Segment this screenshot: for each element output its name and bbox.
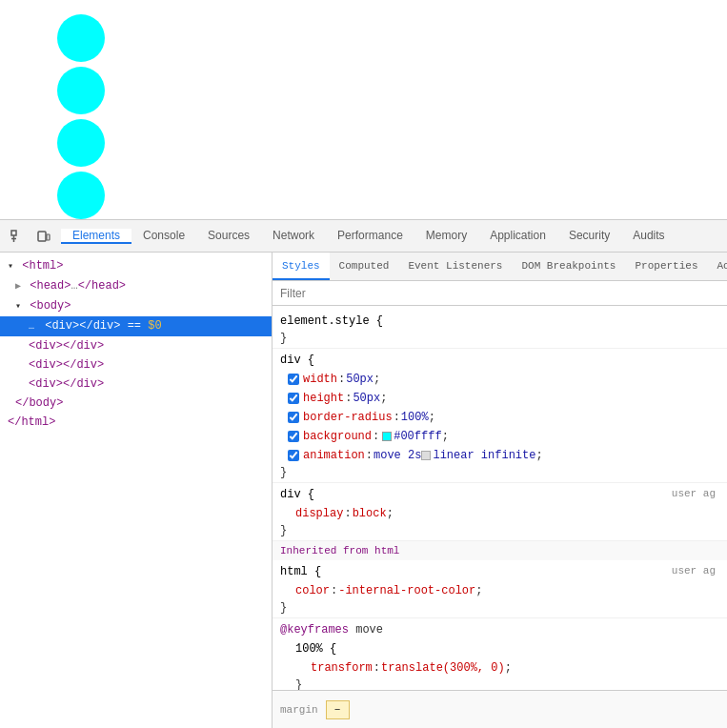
devtools-toolbar: Elements Console Sources Network Perform…: [0, 220, 727, 253]
filter-bar: [273, 281, 727, 306]
prop-height: height : 50px ;: [273, 389, 727, 408]
color-swatch-background[interactable]: [382, 432, 392, 441]
box-model-bar: margin –: [273, 690, 727, 728]
animation-checkbox-icon[interactable]: [421, 451, 431, 460]
css-rule-keyframes: @keyframes move 100% { transform : trans…: [273, 618, 727, 690]
circle-3: [57, 119, 105, 167]
circle-4: [57, 172, 105, 219]
triangle-open-body-icon: ▾: [15, 301, 21, 312]
styles-tab-styles[interactable]: Styles: [273, 253, 330, 280]
styles-tab-event-listeners[interactable]: Event Listeners: [398, 253, 512, 280]
device-toggle-icon[interactable]: [32, 225, 55, 248]
page-area: [0, 0, 727, 219]
html-tree: ▾ <html> ▶ <head>…</head> ▾ <body> … <di…: [0, 253, 272, 435]
tree-line-div-selected[interactable]: … <div></div> == $0: [0, 316, 272, 336]
prop-height-checkbox[interactable]: [288, 393, 299, 404]
triangle-open-icon: ▾: [8, 261, 13, 272]
tree-line-body[interactable]: ▾ <body>: [0, 296, 272, 316]
styles-tab-properties[interactable]: Properties: [625, 253, 707, 280]
tab-security[interactable]: Security: [557, 229, 621, 244]
css-rule-div-ua: div { user ag display : block ; }: [273, 483, 727, 541]
box-model-label: margin: [280, 704, 318, 716]
circle-1: [57, 14, 105, 62]
tab-application[interactable]: Application: [478, 229, 557, 244]
devtools-tab-list: Elements Console Sources Network Perform…: [61, 229, 727, 244]
div-selector: div {: [273, 351, 727, 370]
prop-background: background : #00ffff ;: [273, 427, 727, 446]
tab-sources[interactable]: Sources: [196, 229, 261, 244]
tree-line-close-body[interactable]: </body>: [0, 394, 272, 413]
prop-animation: animation : move 2s linear infinite ;: [273, 446, 727, 465]
css-rule-element-style: element.style { }: [273, 310, 727, 349]
tab-network[interactable]: Network: [261, 229, 326, 244]
circles-container: [57, 14, 105, 224]
devtools-body: ▾ <html> ▶ <head>…</head> ▾ <body> … <di…: [0, 253, 727, 728]
keyframe-100-selector: 100% {: [288, 639, 727, 658]
styles-panel: Styles Computed Event Listeners DOM Brea…: [273, 253, 727, 728]
prop-animation-checkbox[interactable]: [288, 450, 299, 461]
styles-tab-ac[interactable]: Ac: [708, 253, 728, 280]
tab-audits[interactable]: Audits: [621, 229, 676, 244]
tree-line-close-html[interactable]: </html>: [0, 413, 272, 432]
elements-panel: ▾ <html> ▶ <head>…</head> ▾ <body> … <di…: [0, 253, 273, 728]
svg-rect-4: [47, 234, 50, 240]
tree-line-html[interactable]: ▾ <html>: [0, 256, 272, 276]
devtools-panel: Elements Console Sources Network Perform…: [0, 219, 727, 728]
prop-color: color : -internal-root-color ;: [273, 581, 727, 600]
inspect-element-icon[interactable]: [6, 225, 29, 248]
prop-display: display : block ;: [273, 504, 727, 523]
tree-line-div-3[interactable]: <div></div>: [0, 355, 272, 374]
styles-content: element.style { } div { width : 50px: [273, 306, 727, 690]
keyframes-selector: @keyframes move: [273, 620, 727, 639]
html-ua-selector: html { user ag: [273, 562, 727, 581]
prop-background-checkbox[interactable]: [288, 431, 299, 442]
tree-line-head[interactable]: ▶ <head>…</head>: [0, 276, 272, 296]
styles-tab-computed[interactable]: Computed: [330, 253, 399, 280]
prop-border-radius-checkbox[interactable]: [288, 412, 299, 423]
svg-rect-0: [11, 231, 16, 235]
triangle-icon: ▶: [15, 281, 21, 292]
styles-tab-dom-breakpoints[interactable]: DOM Breakpoints: [512, 253, 625, 280]
tree-line-div-4[interactable]: <div></div>: [0, 374, 272, 394]
prop-width-checkbox[interactable]: [288, 374, 299, 385]
tab-performance[interactable]: Performance: [326, 229, 414, 244]
prop-width: width : 50px ;: [273, 370, 727, 389]
prop-transform: transform : translate(300%, 0) ;: [288, 658, 727, 677]
element-style-selector: element.style {: [273, 312, 727, 331]
css-rule-div: div { width : 50px ; height :: [273, 349, 727, 483]
inherited-header: Inherited from html: [273, 541, 727, 560]
toolbar-icons: [0, 225, 61, 248]
tab-memory[interactable]: Memory: [414, 229, 478, 244]
svg-rect-3: [38, 232, 46, 241]
prop-border-radius: border-radius : 100% ;: [273, 408, 727, 427]
tab-elements[interactable]: Elements: [61, 229, 131, 244]
circle-2: [57, 67, 105, 114]
styles-tab-list: Styles Computed Event Listeners DOM Brea…: [273, 253, 727, 281]
box-model-value: –: [326, 700, 350, 719]
tab-console[interactable]: Console: [131, 229, 196, 244]
tree-line-div-2[interactable]: <div></div>: [0, 336, 272, 355]
filter-input[interactable]: [280, 287, 719, 300]
div-ua-selector: div { user ag: [273, 485, 727, 504]
css-rule-html-ua: html { user ag color : -internal-root-co…: [273, 560, 727, 618]
